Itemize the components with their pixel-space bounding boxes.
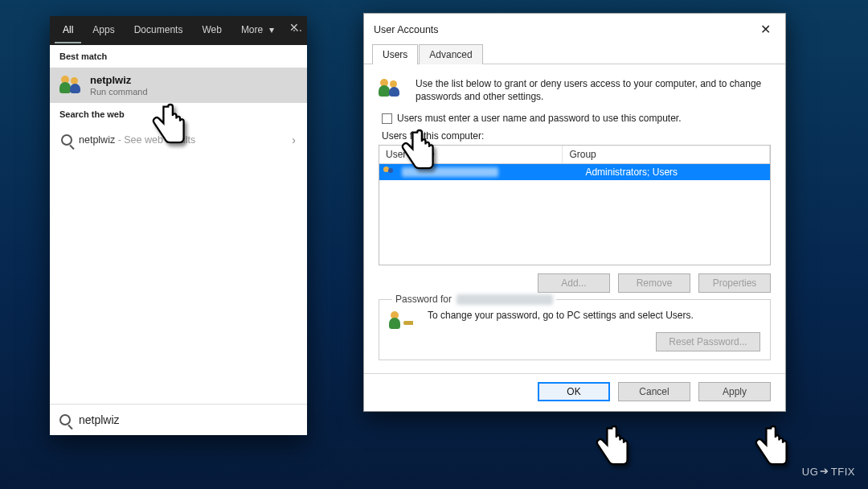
intro-text: Use the list below to grant or deny user…: [416, 77, 771, 103]
password-help-text: To change your password, go to PC settin…: [428, 310, 760, 321]
web-result-row[interactable]: netplwiz - See web results ›: [50, 125, 307, 154]
watermark-pre: UG: [802, 466, 819, 478]
search-tab-web[interactable]: Web: [194, 18, 229, 43]
add-button[interactable]: Add...: [538, 273, 610, 293]
search-tab-documents[interactable]: Documents: [126, 18, 191, 43]
remove-button[interactable]: Remove: [618, 273, 690, 293]
search-results-empty-area: [50, 154, 307, 404]
close-icon[interactable]: ✕: [754, 20, 777, 39]
chevron-right-icon: ›: [292, 134, 296, 146]
titlebar: User Accounts ✕: [364, 14, 785, 43]
start-search-panel: All Apps Documents Web More ▾ ⋯ ✕ Best m…: [50, 16, 307, 435]
hand-cursor-icon: [747, 425, 792, 476]
properties-button[interactable]: Properties: [698, 273, 771, 293]
search-tab-more[interactable]: More ▾: [233, 18, 282, 43]
require-login-checkbox[interactable]: [382, 113, 392, 124]
redacted-username: [402, 167, 498, 177]
user-row-group: Administrators; Users: [579, 165, 770, 179]
best-match-result[interactable]: netplwiz Run command: [50, 68, 307, 103]
password-group: Password for To change your password, go…: [379, 299, 771, 360]
search-tab-apps[interactable]: Apps: [84, 18, 122, 43]
user-accounts-dialog: User Accounts ✕ Users Advanced Use the l…: [363, 13, 786, 412]
users-list-header: User Name Group: [379, 146, 770, 164]
ok-button[interactable]: OK: [538, 382, 610, 401]
reset-password-button[interactable]: Reset Password...: [656, 332, 760, 351]
users-icon: [379, 77, 406, 105]
result-title: netplwiz: [90, 74, 148, 87]
dialog-tabs: Users Advanced: [364, 43, 785, 64]
search-input[interactable]: [77, 413, 297, 427]
dialog-body: Use the list below to grant or deny user…: [364, 64, 785, 368]
users-list[interactable]: User Name Group Administrators; Users: [379, 145, 771, 265]
tab-users[interactable]: Users: [372, 44, 418, 64]
search-input-wrap: [50, 404, 307, 435]
web-result-text: netplwiz: [79, 134, 115, 146]
search-tab-more-label: More: [241, 24, 263, 35]
result-subtitle: Run command: [90, 87, 148, 97]
search-tab-all[interactable]: All: [55, 18, 81, 43]
user-icon: [383, 166, 395, 179]
watermark-post: TFIX: [831, 466, 855, 478]
users-list-label: Users for this computer:: [382, 130, 771, 142]
col-group[interactable]: Group: [563, 146, 770, 163]
arrow-icon: ➔: [820, 465, 829, 477]
chevron-down-icon: ▾: [269, 24, 274, 35]
hand-cursor-icon: [588, 425, 633, 476]
col-username[interactable]: User Name: [379, 146, 563, 163]
watermark: UG➔TFIX: [802, 466, 855, 478]
user-key-icon: [389, 310, 416, 337]
close-icon[interactable]: ✕: [289, 21, 299, 34]
search-icon: [59, 414, 71, 425]
dialog-title: User Accounts: [374, 24, 754, 35]
tab-advanced[interactable]: Advanced: [419, 44, 482, 64]
search-tab-row: All Apps Documents Web More ▾ ⋯ ✕: [50, 16, 307, 45]
cancel-button[interactable]: Cancel: [618, 382, 690, 401]
redacted-username: [457, 294, 553, 305]
netplwiz-icon: [59, 74, 82, 97]
search-web-header: Search the web: [50, 103, 307, 125]
best-match-header: Best match: [50, 45, 307, 68]
search-icon: [61, 134, 72, 146]
user-row-selected[interactable]: Administrators; Users: [379, 164, 770, 180]
require-login-label: Users must enter a user name and passwor…: [397, 113, 682, 124]
apply-button[interactable]: Apply: [698, 382, 771, 401]
dialog-footer: OK Cancel Apply: [364, 373, 785, 411]
web-result-suffix: - See web results: [115, 134, 195, 146]
password-legend-text: Password for: [395, 294, 452, 305]
